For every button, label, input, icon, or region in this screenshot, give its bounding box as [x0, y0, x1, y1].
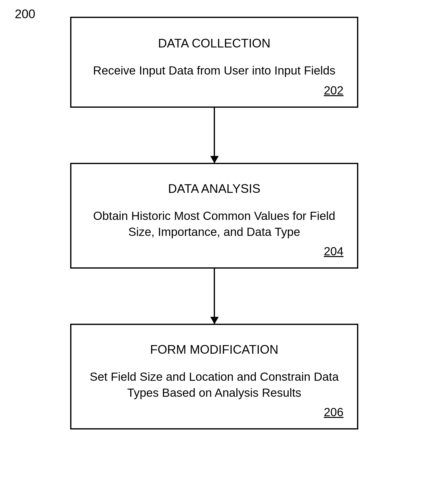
figure-number-label: 200	[15, 7, 35, 21]
step-reference-number: 204	[324, 244, 343, 258]
step-reference-number: 202	[324, 84, 343, 97]
step-title: DATA ANALYSIS	[168, 182, 260, 196]
flowchart-column: DATA COLLECTION Receive Input Data from …	[69, 17, 360, 429]
step-description: Receive Input Data from User into Input …	[93, 63, 335, 79]
step-box-data-collection: DATA COLLECTION Receive Input Data from …	[70, 17, 358, 108]
flowchart-figure: 200 DATA COLLECTION Receive Input Data f…	[0, 0, 425, 504]
step-description: Set Field Size and Location and Constrai…	[84, 369, 345, 401]
step-description: Obtain Historic Most Common Values for F…	[84, 208, 345, 240]
step-title: DATA COLLECTION	[158, 36, 271, 50]
step-title: FORM MODIFICATION	[150, 342, 278, 357]
step-box-data-analysis: DATA ANALYSIS Obtain Historic Most Commo…	[70, 163, 358, 269]
arrow-down-icon	[214, 269, 215, 324]
step-box-form-modification: FORM MODIFICATION Set Field Size and Loc…	[70, 324, 358, 429]
arrow-down-icon	[214, 108, 215, 163]
step-reference-number: 206	[324, 405, 343, 419]
